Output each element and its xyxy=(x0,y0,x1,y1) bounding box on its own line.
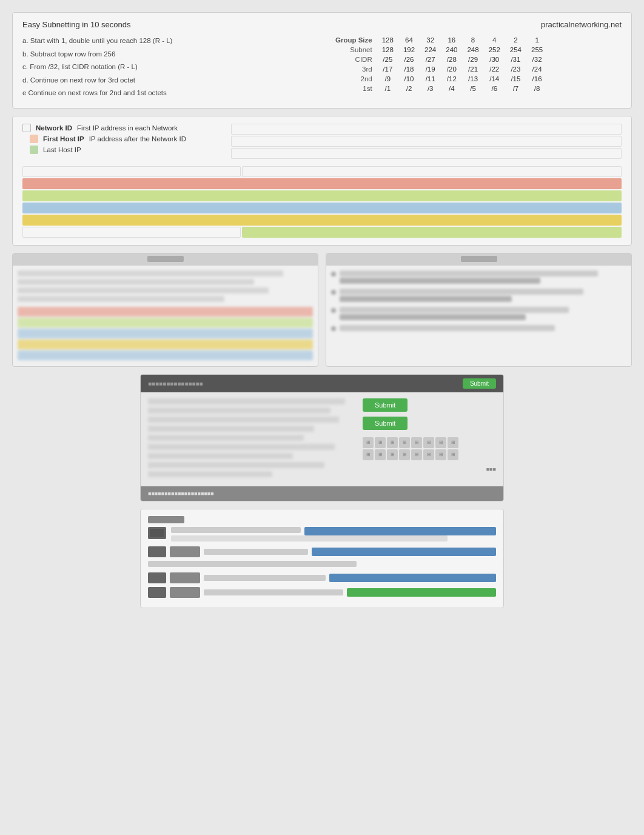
icon-13: ⊞ xyxy=(411,449,422,460)
legend-box-first-host xyxy=(30,135,38,143)
icon-8: ⊞ xyxy=(448,437,458,448)
subnet-254: 254 xyxy=(505,45,526,55)
icon-2: ⊞ xyxy=(375,437,386,448)
list-item-inner-2 xyxy=(148,546,496,557)
small-label: ■■■ xyxy=(363,466,496,472)
legend-network-id-desc: First IP address in each Network xyxy=(77,124,178,132)
bcleft-line-3 xyxy=(148,417,339,423)
list-item-inner-4 xyxy=(148,572,496,583)
legend-last-host-label: Last Host IP xyxy=(43,146,81,153)
2nd-16: /16 xyxy=(526,74,548,84)
right-bar-1a xyxy=(340,270,598,277)
legend-section: Network ID First IP address in each Netw… xyxy=(22,124,622,160)
bcleft-line-4 xyxy=(148,426,314,432)
list-item-1 xyxy=(148,527,496,543)
right-bar-2b xyxy=(340,296,512,302)
two-col-section xyxy=(12,253,632,367)
subnet-252: 252 xyxy=(484,45,505,55)
icon-11: ⊞ xyxy=(387,449,398,460)
th-16: 16 xyxy=(441,35,462,45)
instruction-a: a. Start with 1, double until you reach … xyxy=(22,35,330,47)
list-item-progress-2 xyxy=(312,548,496,556)
3rd-22: /22 xyxy=(484,64,505,74)
th-128: 128 xyxy=(377,35,398,45)
right-bars-4 xyxy=(340,325,626,332)
cidr-32: /32 xyxy=(526,55,548,64)
band-green xyxy=(22,190,622,201)
green-button-2[interactable]: Submit xyxy=(363,398,408,412)
legend-first-host: First Host IP IP address after the Netwo… xyxy=(30,135,216,143)
bottom-card-right: Submit Submit ⊞ ⊞ ⊞ ⊞ ⊞ ⊞ ⊞ ⊞ ⊞ ⊞ ⊞ ⊞ ⊞ … xyxy=(363,398,496,480)
right-dot-1 xyxy=(331,272,336,277)
row-3rd: 3rd /17 /18 /19 /20 /21 /22 /23 /24 xyxy=(330,64,548,74)
left-thumb-body xyxy=(13,266,318,366)
list-item-progress-1 xyxy=(304,527,496,535)
1st-2: /2 xyxy=(398,84,420,93)
table-header-group: Group Size xyxy=(330,35,377,45)
main-content: a. Start with 1, double until you reach … xyxy=(22,35,622,101)
bottom-center-card: ■■■■■■■■■■■■■■■ Submit Submit Submit ⊞ ⊞… xyxy=(140,374,504,501)
1st-8: /8 xyxy=(526,84,548,93)
band-row-1 xyxy=(22,166,622,177)
3rd-24: /24 xyxy=(526,64,548,74)
header-green-button[interactable]: Submit xyxy=(463,378,496,389)
left-col-row-green xyxy=(18,318,313,327)
icon-10: ⊞ xyxy=(375,449,386,460)
2nd-13: /13 xyxy=(462,74,483,84)
subnet-224: 224 xyxy=(420,45,441,55)
band-last-white xyxy=(22,227,241,238)
right-thumb-card xyxy=(326,253,632,367)
subnet-table: Group Size 128 64 32 16 8 4 2 1 Subnet 1… xyxy=(330,35,548,93)
icon-16: ⊞ xyxy=(448,449,458,460)
icon-4: ⊞ xyxy=(399,437,410,448)
right-bars-2 xyxy=(340,289,626,303)
label-1st: 1st xyxy=(330,84,377,93)
right-item-1 xyxy=(331,270,626,285)
instruction-d: d. Continue on next row for 3rd octet xyxy=(22,75,330,87)
th-8: 8 xyxy=(462,35,483,45)
list-item-2 xyxy=(148,546,496,557)
3rd-19: /19 xyxy=(420,64,441,74)
left-line-2 xyxy=(18,279,254,285)
bottom-card-body: Submit Submit ⊞ ⊞ ⊞ ⊞ ⊞ ⊞ ⊞ ⊞ ⊞ ⊞ ⊞ ⊞ ⊞ … xyxy=(141,392,503,486)
2nd-10: /10 xyxy=(398,74,420,84)
list-item-text-1 xyxy=(171,527,301,533)
list-item-badge-2 xyxy=(170,546,200,557)
cidr-31: /31 xyxy=(505,55,526,64)
right-bar-2a xyxy=(340,289,583,295)
subnet-128: 128 xyxy=(377,45,398,55)
legend-last-host: Last Host IP xyxy=(30,146,216,154)
instruction-c: c. From /32, list CIDR notation (R - L) xyxy=(22,61,330,73)
label-2nd: 2nd xyxy=(330,74,377,84)
cidr-26: /26 xyxy=(398,55,420,64)
right-bar-1b xyxy=(340,278,540,284)
instruction-e: e Continue on next rows for 2nd and 1st … xyxy=(22,87,330,99)
cidr-29: /29 xyxy=(462,55,483,64)
card-url: practicalnetworking.net xyxy=(541,20,622,29)
main-subnetting-card: Easy Subnetting in 10 seconds practicaln… xyxy=(12,12,632,109)
icon-15: ⊞ xyxy=(435,449,446,460)
th-32: 32 xyxy=(420,35,441,45)
left-thumb-card xyxy=(12,253,318,367)
left-line-4 xyxy=(18,296,224,302)
legend-box-last-host xyxy=(30,146,38,154)
green-button-3[interactable]: Submit xyxy=(363,417,408,430)
band-yellow xyxy=(22,215,622,226)
row-1st: 1st /1 /2 /3 /4 /5 /6 /7 /8 xyxy=(330,84,548,93)
list-item-4 xyxy=(148,572,496,583)
right-dot-3 xyxy=(331,308,336,313)
legend-first-host-label: First Host IP xyxy=(43,135,84,143)
subnet-192: 192 xyxy=(398,45,420,55)
num-bar-1 xyxy=(150,529,164,537)
right-item-4 xyxy=(331,325,626,332)
subnet-table-section: Group Size 128 64 32 16 8 4 2 1 Subnet 1… xyxy=(330,35,622,101)
1st-3: /3 xyxy=(420,84,441,93)
card-title: Easy Subnetting in 10 seconds xyxy=(22,20,131,29)
label-3rd: 3rd xyxy=(330,64,377,74)
list-item-text-3 xyxy=(148,561,357,567)
list-title xyxy=(148,515,496,523)
cidr-28: /28 xyxy=(441,55,462,64)
right-thumb-body xyxy=(326,266,631,341)
band-row-last xyxy=(22,227,622,238)
bcleft-line-6 xyxy=(148,444,335,450)
